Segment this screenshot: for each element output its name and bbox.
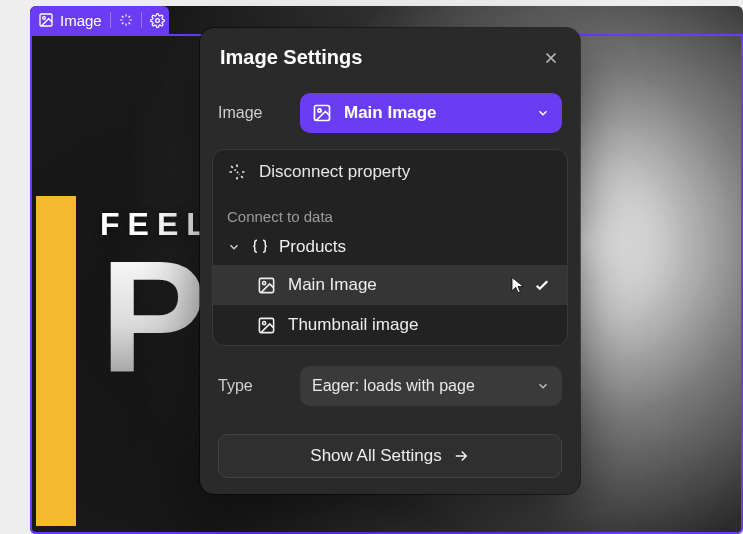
chevron-down-icon [536,106,550,120]
unlink-icon [227,162,247,182]
field-label: Main Image [288,275,377,295]
image-binding-chip[interactable]: Main Image [300,93,562,133]
selection-tag-label: Image [60,12,102,29]
panel-title: Image Settings [220,46,362,69]
svg-point-2 [155,18,159,22]
show-all-label: Show All Settings [310,446,441,466]
svg-point-4 [318,109,321,112]
field-main-image[interactable]: Main Image [213,265,567,305]
disconnect-property[interactable]: Disconnect property [213,150,567,194]
show-all-settings-button[interactable]: Show All Settings [218,434,562,478]
separator [110,12,111,28]
image-chip-value: Main Image [344,103,437,123]
separator [141,12,142,28]
wand-icon[interactable] [119,13,133,27]
type-row-label: Type [218,377,284,395]
field-label: Thumbnail image [288,315,418,335]
type-row: Type Eager: loads with page [200,356,580,416]
braces-icon [251,238,269,256]
connect-to-data-header: Connect to data [213,194,567,231]
check-icon [533,276,551,294]
chevron-down-icon [536,379,550,393]
chevron-down-icon [227,240,241,254]
image-icon [257,316,276,335]
arrow-right-icon [452,447,470,465]
binding-dropdown: Disconnect property Connect to data Prod… [212,149,568,346]
collection-products[interactable]: Products [213,231,567,265]
field-thumbnail-image[interactable]: Thumbnail image [213,305,567,345]
connect-header-label: Connect to data [227,208,333,225]
panel-header: Image Settings [200,28,580,83]
gear-icon[interactable] [150,13,165,28]
image-settings-panel: Image Settings Image Main Image [200,28,580,494]
yellow-accent-strip [36,196,76,526]
svg-point-6 [263,281,266,284]
collection-name: Products [279,237,346,257]
cursor-icon [509,276,527,294]
svg-point-1 [43,17,46,20]
type-value: Eager: loads with page [312,377,475,395]
image-row: Image Main Image [200,83,580,143]
image-icon [312,103,332,123]
image-icon [257,276,276,295]
image-row-label: Image [218,104,284,122]
close-button[interactable] [542,49,560,67]
type-select[interactable]: Eager: loads with page [300,366,562,406]
svg-point-8 [263,321,266,324]
disconnect-label: Disconnect property [259,162,410,182]
selection-tag[interactable]: Image [30,6,169,34]
image-icon [38,12,54,28]
